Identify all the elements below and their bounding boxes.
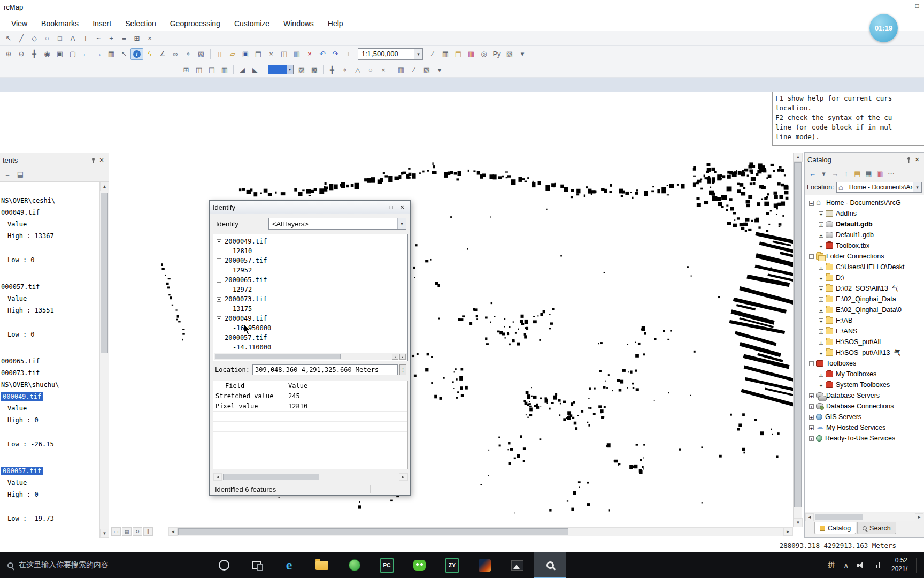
cut-button[interactable]: × [265,48,278,60]
tree-expander-icon[interactable]: + [819,265,823,270]
tree-collapse-icon[interactable] [217,239,221,244]
location-combo-dropdown-icon[interactable] [913,182,921,192]
layout-view-button[interactable]: ▤ [122,527,132,536]
select-elements-arrow-tool[interactable]: ↖ [118,48,130,60]
search-window-button[interactable]: ◎ [478,48,490,60]
open-map-button[interactable]: ▱ [226,48,239,60]
identify-result-value[interactable]: 12952 [213,265,407,275]
scroll-thumb[interactable] [178,528,568,535]
edge-app[interactable]: e [273,552,305,578]
tree-expander-icon[interactable]: + [819,286,823,291]
polygon-tool[interactable]: ◇ [28,33,41,44]
toc-item[interactable]: Value [0,293,99,305]
toc-pin-icon[interactable] [89,156,97,164]
clear-graphics-tool[interactable]: × [143,33,156,44]
taskbar-clock[interactable]: 0:52 2021/ [891,557,907,573]
options-menu-button[interactable]: ⋯ [886,168,897,179]
new-map-button[interactable]: ▯ [213,48,226,60]
catalog-window-button[interactable]: ▤ [452,48,465,60]
toc-item[interactable]: Low : 0 [0,329,99,340]
tree-expander-icon[interactable]: + [819,297,823,302]
default1-gdb[interactable]: + Default1.gdb [805,230,924,240]
python-window-button[interactable]: Py [490,48,503,60]
arctoolbox-window-button[interactable]: ▥ [465,48,478,60]
folder-h-sos-13[interactable]: + H:\SOS_put\All\13_气 [805,347,924,358]
tree-expander-icon[interactable]: + [819,222,823,227]
shift-tool[interactable]: ◣ [249,64,261,75]
taskbar-search-box[interactable]: 在这里输入你要搜索的内容 [0,552,198,578]
tree-expander-icon[interactable]: + [819,383,823,387]
copy-button[interactable]: ◫ [278,48,290,60]
identify-result-node[interactable]: 2000049.tif 12810 [213,237,407,256]
forward-extent-button[interactable]: → [92,48,105,60]
toc-item[interactable]: Low : 0 [0,254,99,266]
toc-item[interactable]: 000057.tif [0,281,99,293]
list-menu-tool[interactable]: ≡ [118,33,130,44]
tree-expander-icon[interactable]: + [809,436,814,441]
scroll-left-icon[interactable] [213,473,222,481]
select-elements-tool[interactable]: ↖ [2,33,15,44]
toolbar-options-dropdown[interactable]: ▾ [516,48,529,60]
tree-expander-icon[interactable]: + [819,329,823,334]
menu-item[interactable]: Customize [227,19,276,28]
connect-folder-button[interactable]: ▤ [852,168,863,179]
scroll-down-icon[interactable] [794,518,803,527]
location-options-button[interactable] [399,364,406,375]
back-dropdown[interactable]: ▾ [818,168,829,179]
full-extent-button[interactable]: ◉ [41,48,53,60]
list-by-drawing-order[interactable]: ≡ [1,169,14,180]
scroll-thumb[interactable] [815,514,863,520]
ime-indicator[interactable]: 拼 [828,560,835,570]
toc-item[interactable]: NS\OVER\ceshi\ [0,195,99,207]
folder-c-users[interactable]: + C:\Users\HELLO\Deskt [805,262,924,272]
identify-result-node[interactable]: 2000065.tif 12972 [213,275,407,294]
file-explorer-app[interactable] [305,552,338,578]
toc-scrollbar[interactable] [99,182,109,538]
toc-item[interactable]: 000073.tif [0,367,99,379]
folder-f-ab[interactable]: + F:\AB [805,315,924,326]
toc-item[interactable]: Low : -26.15 [0,438,99,450]
separator[interactable] [261,64,266,75]
my-hosted-services[interactable]: + My Hosted Services [805,422,924,433]
toc-item[interactable]: High : 0 [0,489,99,500]
identify-tree-scrollbar[interactable] [214,353,407,360]
catalog-location-combo[interactable]: Home - Documents\Arc [836,182,922,193]
fill-tool[interactable]: ▧ [420,64,433,75]
hidden-icons-chevron[interactable]: ∧ [843,561,849,569]
toc-item[interactable]: Value [0,477,99,489]
raster-tool-2[interactable]: ▩ [308,64,321,75]
scroll-right-icon[interactable] [915,513,923,521]
identify-result-node[interactable]: 2000057.tif -14.110000 [213,333,407,352]
scroll-up-icon[interactable] [794,153,803,162]
refresh-view-button[interactable]: ↻ [133,527,142,536]
field-row[interactable]: Stretched value 245 [213,391,407,401]
crosshair-tool[interactable]: ╋ [326,64,338,75]
identify-result-node[interactable]: 2000057.tif 12952 [213,256,407,275]
attribute-table-button[interactable]: ▦ [439,48,452,60]
tree-expander-icon[interactable]: + [819,372,823,377]
show-desktop-button[interactable] [916,558,919,573]
scroll-up-icon[interactable] [100,182,109,191]
magnifier-app[interactable] [534,552,566,578]
folder-h-sos[interactable]: + H:\SOS_put\All [805,337,924,347]
scroll-left-icon[interactable] [168,528,178,536]
gis-servers[interactable]: + GIS Servers [805,412,924,422]
redo-button[interactable]: ↷ [329,48,342,60]
scroll-right-icon[interactable] [399,473,407,481]
tree-expander-icon[interactable]: + [809,415,814,420]
toc-item[interactable]: High : 0 [0,414,99,426]
folder-e-qinghai[interactable]: + E:\02_Qinghai_Data [805,294,924,305]
catalog-close-icon[interactable] [913,155,921,164]
menu-item[interactable]: Geoprocessing [163,19,227,28]
catalog-pin-icon[interactable] [904,155,913,164]
circle-tool-small[interactable]: ○ [364,64,377,75]
identify-tool[interactable]: i [130,48,143,60]
folder-e-qinghai-02[interactable]: + E:\02_Qinghai_Data\0 [805,305,924,315]
folder-connections[interactable]: − Folder Connections [805,251,924,262]
toc-item[interactable]: 000049.tif [0,207,99,218]
addins-node[interactable]: + AddIns [805,208,924,219]
tree-expander-icon[interactable]: − [809,254,814,259]
default-gdb[interactable]: + Default.gdb [805,219,924,230]
toolboxes-node[interactable]: − Toolboxes [805,358,924,369]
grid-display-tool[interactable]: ▦ [395,64,407,75]
